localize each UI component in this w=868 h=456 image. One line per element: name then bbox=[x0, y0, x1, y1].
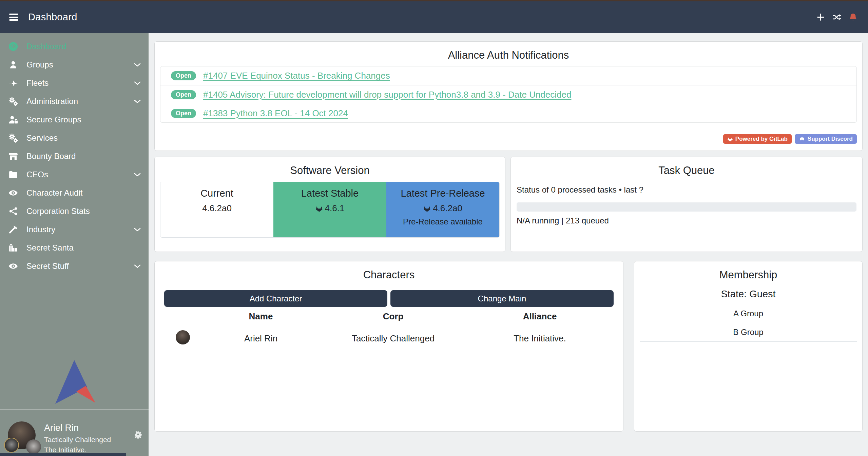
gitlab-badge-label: Powered by GitLab bbox=[735, 136, 788, 142]
sidebar-item-corporation-stats[interactable]: Corporation Stats bbox=[0, 202, 149, 220]
gitlab-tanuki-icon bbox=[315, 203, 323, 214]
hammer-icon bbox=[8, 224, 18, 235]
version-column-title: Current bbox=[160, 188, 273, 199]
sidebar-item-groups[interactable]: Groups bbox=[0, 56, 149, 74]
sidebar-item-dashboard[interactable]: Dashboard bbox=[0, 37, 149, 56]
sidebar-item-label: Secret Santa bbox=[26, 243, 142, 253]
user-lock-icon bbox=[8, 115, 18, 125]
character-corp: Tactically Challenged bbox=[320, 333, 466, 344]
task-queue-title: Task Queue bbox=[511, 164, 862, 177]
chevron-down-icon bbox=[133, 262, 142, 271]
chevron-down-icon bbox=[133, 97, 142, 106]
chevron-down-icon bbox=[133, 60, 142, 69]
character-portrait bbox=[176, 330, 190, 344]
sidebar-item-bounty-board[interactable]: Bounty Board bbox=[0, 147, 149, 165]
sidebar-item-secret-stuff[interactable]: Secret Stuff bbox=[0, 257, 149, 275]
page-title: Dashboard bbox=[28, 12, 77, 23]
membership-state: State: Guest bbox=[634, 289, 862, 300]
membership-groups: A GroupB Group bbox=[640, 304, 857, 342]
gitlab-badge[interactable]: Powered by GitLab bbox=[723, 134, 792, 144]
character-name: Ariel Rin bbox=[201, 333, 320, 344]
user-settings-gear-icon[interactable] bbox=[134, 430, 142, 439]
software-version-panel: Software Version Current4.6.2a0Latest St… bbox=[154, 157, 505, 252]
sidebar-item-label: CEOs bbox=[26, 170, 133, 179]
version-column-title: Latest Pre-Release bbox=[386, 188, 499, 199]
gitlab-tanuki-icon bbox=[423, 203, 431, 214]
sidebar-item-secret-santa[interactable]: Secret Santa bbox=[0, 239, 149, 257]
header-name: Name bbox=[201, 311, 320, 322]
task-queue-progressbar bbox=[517, 202, 856, 212]
gears-icon bbox=[8, 96, 18, 106]
notifications-bell-icon[interactable] bbox=[848, 13, 858, 22]
user-icon bbox=[8, 60, 18, 70]
version-number: 4.6.2a0 bbox=[433, 203, 462, 214]
sidebar-item-label: Bounty Board bbox=[26, 152, 142, 161]
version-column-title: Latest Stable bbox=[273, 188, 386, 199]
version-number: 4.6.2a0 bbox=[202, 203, 232, 214]
discord-badge-label: Support Discord bbox=[808, 136, 853, 142]
software-version-title: Software Version bbox=[155, 164, 505, 177]
membership-group-row: B Group bbox=[640, 323, 857, 342]
version-value: 4.6.1 bbox=[273, 203, 386, 214]
alliance-logo bbox=[53, 359, 96, 406]
characters-table: Name Corp Alliance Ariel RinTactically C… bbox=[164, 308, 614, 352]
notification-link[interactable]: #1383 Python 3.8 EOL - 14 Oct 2024 bbox=[203, 108, 348, 119]
share-icon bbox=[8, 206, 18, 216]
sidebar-item-industry[interactable]: Industry bbox=[0, 220, 149, 239]
task-queue-status: Status of 0 processed tasks • last ? bbox=[517, 185, 856, 195]
notification-link[interactable]: #1405 Advisory: Future development will … bbox=[203, 90, 571, 100]
add-character-icon[interactable] bbox=[816, 13, 825, 22]
sidebar-item-label: Fleets bbox=[26, 78, 133, 88]
sidebar-item-label: Secret Stuff bbox=[26, 261, 133, 271]
sidebar-item-administration[interactable]: Administration bbox=[0, 92, 149, 111]
change-main-button[interactable]: Change Main bbox=[390, 290, 614, 307]
sidebar-item-label: Secure Groups bbox=[26, 115, 142, 124]
menu-toggle-icon[interactable] bbox=[9, 14, 18, 21]
user-alliance: The Initiative. bbox=[44, 446, 86, 454]
user-corp-logo bbox=[4, 438, 19, 453]
sidebar-item-label: Groups bbox=[26, 60, 133, 70]
sidebar-item-fleets[interactable]: Fleets bbox=[0, 74, 149, 92]
sidebar-item-label: Services bbox=[26, 133, 142, 143]
version-column-latest-stable: Latest Stable4.6.1 bbox=[273, 182, 386, 237]
sidebar-item-secure-groups[interactable]: Secure Groups bbox=[0, 111, 149, 129]
gauge-icon bbox=[8, 41, 18, 52]
notification-row: Open#1405 Advisory: Future development w… bbox=[160, 85, 856, 104]
sidebar-item-label: Dashboard bbox=[26, 42, 142, 51]
add-character-button[interactable]: Add Character bbox=[164, 290, 387, 307]
sidebar-item-label: Administration bbox=[26, 97, 133, 106]
status-badge: Open bbox=[171, 71, 196, 80]
header-alliance: Alliance bbox=[466, 311, 614, 322]
membership-group-row: A Group bbox=[640, 304, 857, 323]
sidebar-item-services[interactable]: Services bbox=[0, 129, 149, 147]
sidebar-item-label: Corporation Stats bbox=[26, 206, 142, 216]
chevron-down-icon bbox=[133, 225, 142, 234]
version-value: 4.6.2a0 bbox=[386, 203, 499, 214]
sidebar-menu: DashboardGroupsFleetsAdministrationSecur… bbox=[0, 37, 149, 275]
eye-icon bbox=[8, 261, 18, 271]
characters-title: Characters bbox=[155, 269, 623, 281]
sidebar: DashboardGroupsFleetsAdministrationSecur… bbox=[0, 33, 149, 456]
folder-icon bbox=[8, 170, 18, 180]
store-icon bbox=[8, 151, 18, 161]
character-alliance: The Initiative. bbox=[466, 333, 614, 344]
notifications-list: Open#1407 EVE Equinox Status - Breaking … bbox=[160, 66, 857, 123]
characters-table-rows: Ariel RinTactically ChallengedThe Initia… bbox=[164, 325, 614, 352]
sidebar-item-ceos[interactable]: CEOs bbox=[0, 165, 149, 184]
notifications-footer-badges: Powered by GitLab Support Discord bbox=[723, 134, 857, 144]
user-name: Ariel Rin bbox=[44, 423, 79, 433]
discord-badge[interactable]: Support Discord bbox=[795, 134, 857, 144]
task-queue-body: Status of 0 processed tasks • last ? N/A… bbox=[511, 185, 862, 225]
main-content: Alliance Auth Notifications Open#1407 EV… bbox=[149, 33, 868, 456]
user-corp: Tactically Challenged bbox=[44, 436, 111, 444]
change-main-shuffle-icon[interactable] bbox=[832, 13, 842, 22]
version-number: 4.6.1 bbox=[325, 203, 345, 214]
notification-link[interactable]: #1407 EVE Equinox Status - Breaking Chan… bbox=[203, 71, 390, 81]
status-badge: Open bbox=[171, 109, 196, 118]
sidebar-item-label: Industry bbox=[26, 225, 133, 234]
gifts-icon bbox=[8, 243, 18, 253]
notifications-title: Alliance Auth Notifications bbox=[155, 49, 862, 61]
sidebar-item-character-audit[interactable]: Character Audit bbox=[0, 184, 149, 202]
notification-row: Open#1407 EVE Equinox Status - Breaking … bbox=[160, 66, 856, 85]
character-row: Ariel RinTactically ChallengedThe Initia… bbox=[164, 325, 614, 352]
